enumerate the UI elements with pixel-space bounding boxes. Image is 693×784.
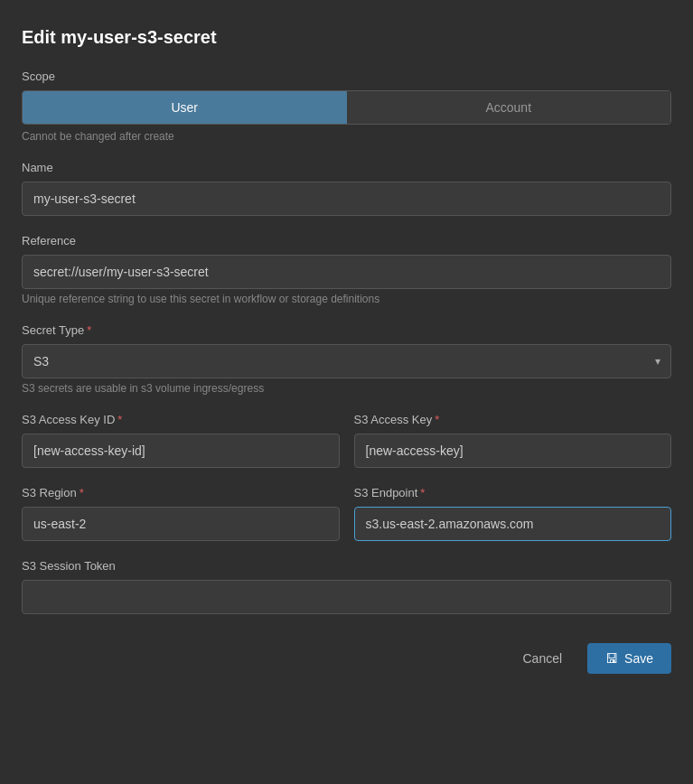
- edit-secret-modal: Edit my-user-s3-secret Scope User Accoun…: [0, 0, 693, 784]
- secret-type-field-group: Secret Type* S3 GCS Azure Blob ▾ S3 secr…: [22, 323, 671, 395]
- secret-type-select[interactable]: S3 GCS Azure Blob: [22, 344, 671, 378]
- cancel-button[interactable]: Cancel: [508, 644, 576, 673]
- s3-endpoint-group: S3 Endpoint*: [354, 486, 672, 541]
- s3-region-endpoint-row: S3 Region* S3 Endpoint*: [22, 486, 671, 541]
- secret-type-label: Secret Type*: [22, 323, 671, 337]
- name-input[interactable]: [22, 182, 671, 216]
- name-field-group: Name: [22, 161, 671, 216]
- s3-keys-row: S3 Access Key ID* S3 Access Key*: [22, 413, 671, 468]
- s3-access-key-id-group: S3 Access Key ID*: [22, 413, 340, 468]
- s3-access-key-id-input[interactable]: [22, 434, 340, 468]
- s3-session-token-group: S3 Session Token: [22, 559, 671, 614]
- s3-session-token-input[interactable]: [22, 580, 671, 614]
- reference-field-group: Reference Unique reference string to use…: [22, 234, 671, 305]
- s3-session-token-label: S3 Session Token: [22, 559, 671, 573]
- reference-label: Reference: [22, 234, 671, 247]
- scope-user-button[interactable]: User: [23, 91, 347, 124]
- s3-endpoint-label: S3 Endpoint*: [354, 486, 672, 499]
- modal-footer: Cancel 🖫 Save: [22, 643, 671, 674]
- s3-region-input[interactable]: [22, 507, 340, 541]
- scope-field-group: Scope User Account Cannot be changed aft…: [22, 70, 671, 143]
- secret-type-select-wrapper: S3 GCS Azure Blob ▾: [22, 344, 671, 378]
- s3-access-key-id-label: S3 Access Key ID*: [22, 413, 340, 426]
- modal-overlay: Edit my-user-s3-secret Scope User Accoun…: [0, 0, 693, 784]
- scope-hint: Cannot be changed after create: [22, 130, 671, 143]
- name-label: Name: [22, 161, 671, 174]
- modal-title: Edit my-user-s3-secret: [22, 27, 671, 48]
- s3-access-key-input[interactable]: [354, 434, 672, 468]
- reference-hint: Unique reference string to use this secr…: [22, 293, 671, 305]
- scope-account-button[interactable]: Account: [347, 91, 671, 124]
- secret-type-hint: S3 secrets are usable in s3 volume ingre…: [22, 382, 671, 395]
- save-button[interactable]: 🖫 Save: [587, 643, 671, 674]
- save-icon: 🖫: [605, 651, 618, 666]
- scope-label: Scope: [22, 70, 671, 83]
- save-button-label: Save: [624, 651, 653, 666]
- reference-input[interactable]: [22, 255, 671, 289]
- s3-endpoint-input[interactable]: [354, 507, 672, 541]
- s3-access-key-group: S3 Access Key*: [354, 413, 672, 468]
- s3-region-group: S3 Region*: [22, 486, 340, 541]
- s3-access-key-label: S3 Access Key*: [354, 413, 672, 426]
- s3-region-label: S3 Region*: [22, 486, 340, 499]
- scope-toggle: User Account: [22, 90, 671, 125]
